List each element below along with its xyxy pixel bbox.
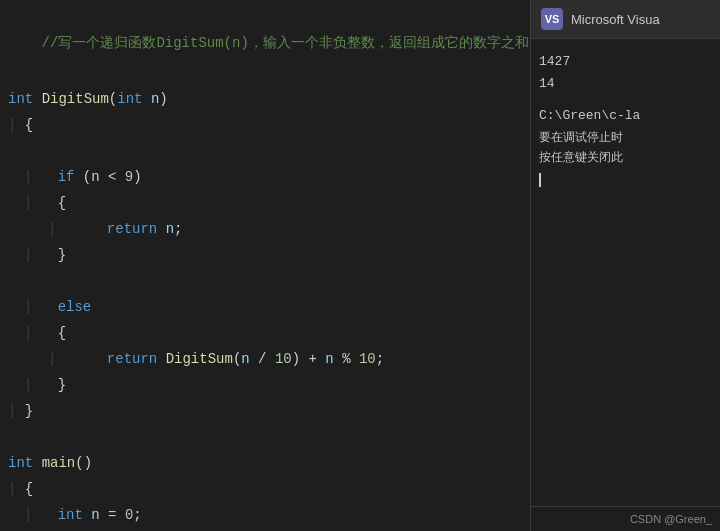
terminal-msg-2: 按任意键关闭此 bbox=[539, 147, 712, 167]
if-close-brace: | } bbox=[0, 242, 530, 268]
terminal-footer: CSDN @Green_ bbox=[531, 506, 720, 531]
blank-line-2 bbox=[0, 268, 530, 294]
if-statement: | if (n < 9) bbox=[0, 164, 530, 190]
code-editor: //写一个递归函数DigitSum(n)，输入一个非负整数，返回组成它的数字之和… bbox=[0, 0, 530, 531]
output-14: 14 bbox=[539, 73, 712, 95]
main-signature: int main() bbox=[0, 450, 530, 476]
cursor bbox=[539, 173, 541, 187]
return-n: | return n; bbox=[0, 216, 530, 242]
blank-line-3 bbox=[0, 424, 530, 450]
terminal-title: Microsoft Visua bbox=[571, 12, 660, 27]
if-open-brace: | { bbox=[0, 190, 530, 216]
terminal-body: 1427 14 C:\Green\c-la 要在调试停止时 按任意键关闭此 bbox=[531, 39, 720, 506]
open-brace-outer: | { bbox=[0, 112, 530, 138]
terminal-path: C:\Green\c-la bbox=[539, 105, 712, 127]
int-n-decl: | int n = 0; bbox=[0, 502, 530, 528]
else-statement: | else bbox=[0, 294, 530, 320]
main-open-brace: | { bbox=[0, 476, 530, 502]
terminal-header: VS Microsoft Visua bbox=[531, 0, 720, 39]
func-signature: int DigitSum(int n) bbox=[0, 86, 530, 112]
func-close-brace: | } bbox=[0, 398, 530, 424]
vs-icon: VS bbox=[541, 8, 563, 30]
return-recurse: | return DigitSum(n / 10) + n % 10; bbox=[0, 346, 530, 372]
else-open-brace: | { bbox=[0, 320, 530, 346]
terminal-msg-1: 要在调试停止时 bbox=[539, 127, 712, 147]
code-comment-line: //写一个递归函数DigitSum(n)，输入一个非负整数，返回组成它的数字之和 bbox=[0, 0, 530, 86]
terminal-panel: VS Microsoft Visua 1427 14 C:\Green\c-la… bbox=[530, 0, 720, 531]
else-close-brace: | } bbox=[0, 372, 530, 398]
blank-line-1 bbox=[0, 138, 530, 164]
output-1427: 1427 bbox=[539, 51, 712, 73]
